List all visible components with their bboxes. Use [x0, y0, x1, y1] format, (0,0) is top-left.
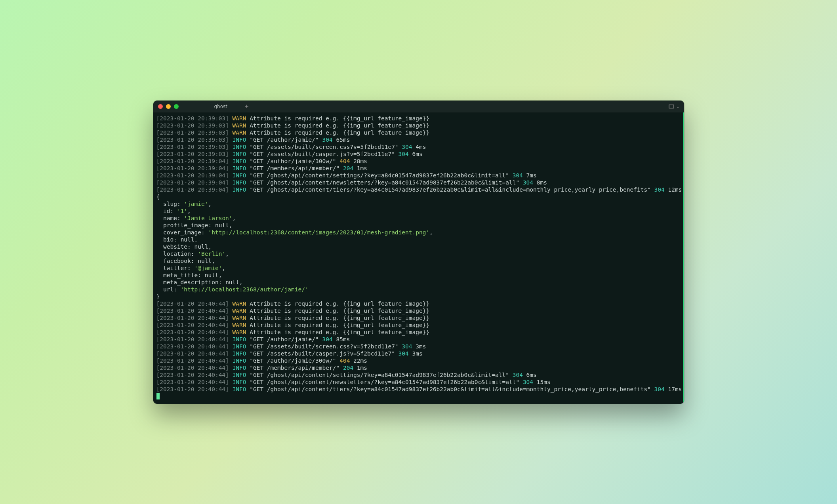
log-line: [2023-01-20 20:39:03] WARN Attribute is … — [156, 122, 680, 129]
log-line: [2023-01-20 20:39:03] INFO "GET /assets/… — [156, 143, 680, 150]
traffic-lights — [158, 104, 179, 109]
log-line: [2023-01-20 20:39:04] INFO "GET /ghost/a… — [156, 186, 680, 193]
log-line: [2023-01-20 20:40:44] INFO "GET /ghost/a… — [156, 371, 680, 378]
log-line: url: 'http://localhost:2368/author/jamie… — [156, 286, 680, 293]
log-line: id: '1', — [156, 207, 680, 215]
chevron-down-icon[interactable]: ⌄ — [677, 104, 679, 108]
new-tab-button[interactable]: + — [239, 103, 254, 110]
log-line: [2023-01-20 20:40:44] INFO "GET /author/… — [156, 336, 680, 343]
log-line: [2023-01-20 20:40:44] INFO "GET /assets/… — [156, 350, 680, 357]
prompt-line[interactable] — [156, 393, 680, 400]
maximize-icon[interactable] — [174, 104, 179, 109]
log-line: twitter: '@jamie', — [156, 264, 680, 272]
close-icon[interactable] — [158, 104, 163, 109]
minimize-icon[interactable] — [166, 104, 171, 109]
log-line: [2023-01-20 20:39:04] INFO "GET /members… — [156, 165, 680, 172]
log-line: website: null, — [156, 243, 680, 250]
tab-bar: ghost + — [202, 101, 254, 112]
log-line: [2023-01-20 20:40:44] INFO "GET /ghost/a… — [156, 378, 680, 386]
log-line: facebook: null, — [156, 257, 680, 264]
log-line: [2023-01-20 20:39:03] INFO "GET /assets/… — [156, 150, 680, 158]
log-line: slug: 'jamie', — [156, 200, 680, 207]
log-line: name: 'Jamie Larson', — [156, 215, 680, 222]
log-line: [2023-01-20 20:40:44] INFO "GET /author/… — [156, 357, 680, 364]
log-line: [2023-01-20 20:39:03] INFO "GET /author/… — [156, 136, 680, 143]
log-line: } — [156, 293, 680, 300]
tab-ghost[interactable]: ghost — [202, 101, 240, 112]
log-line: [2023-01-20 20:39:03] WARN Attribute is … — [156, 115, 680, 122]
log-line: [2023-01-20 20:40:44] INFO "GET /ghost/a… — [156, 386, 680, 393]
log-line: meta_description: null, — [156, 279, 680, 286]
cursor-icon — [156, 393, 160, 399]
log-line: cover_image: 'http://localhost:2368/cont… — [156, 229, 680, 236]
log-line: [2023-01-20 20:40:44] INFO "GET /members… — [156, 364, 680, 371]
log-line: [2023-01-20 20:39:04] INFO "GET /ghost/a… — [156, 172, 680, 179]
log-line: profile_image: null, — [156, 222, 680, 229]
log-line: [2023-01-20 20:40:44] WARN Attribute is … — [156, 307, 680, 314]
titlebar-right: ⌄ — [669, 104, 679, 108]
terminal-window: ghost + ⌄ [2023-01-20 20:39:03] WARN Att… — [153, 101, 684, 404]
log-line: [2023-01-20 20:39:04] INFO "GET /ghost/a… — [156, 179, 680, 186]
log-line: [2023-01-20 20:40:44] WARN Attribute is … — [156, 314, 680, 321]
log-line: [2023-01-20 20:40:44] WARN Attribute is … — [156, 321, 680, 329]
terminal-output[interactable]: [2023-01-20 20:39:03] WARN Attribute is … — [153, 112, 684, 404]
log-line: meta_title: null, — [156, 272, 680, 279]
log-line: bio: null, — [156, 236, 680, 243]
log-line: [2023-01-20 20:39:03] WARN Attribute is … — [156, 129, 680, 136]
log-line: [2023-01-20 20:40:44] INFO "GET /assets/… — [156, 343, 680, 350]
titlebar[interactable]: ghost + ⌄ — [153, 101, 684, 112]
log-line: location: 'Berlin', — [156, 250, 680, 257]
log-line: { — [156, 193, 680, 200]
log-line: [2023-01-20 20:40:44] WARN Attribute is … — [156, 300, 680, 307]
log-line: [2023-01-20 20:39:04] INFO "GET /author/… — [156, 158, 680, 165]
log-line: [2023-01-20 20:40:44] WARN Attribute is … — [156, 329, 680, 336]
panel-icon[interactable] — [669, 105, 674, 108]
